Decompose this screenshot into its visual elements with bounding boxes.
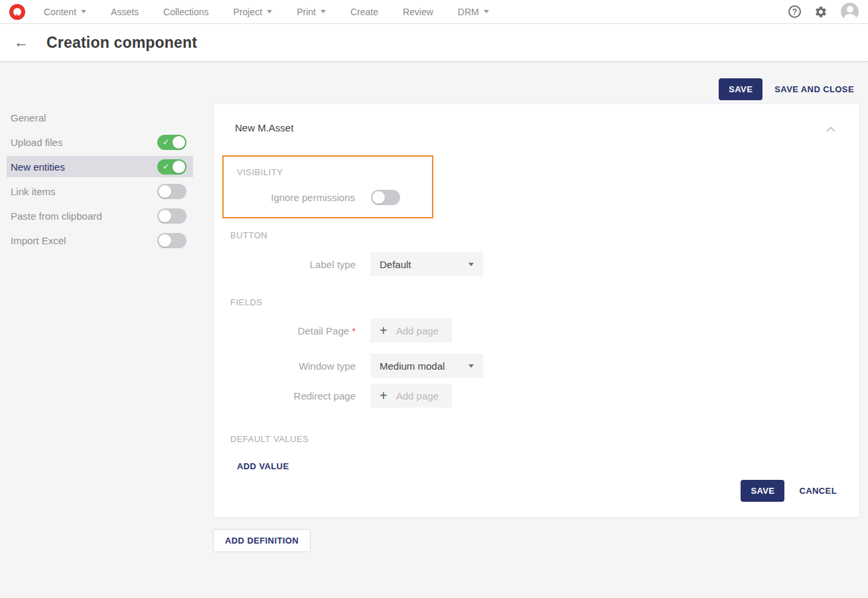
- sidebar-item-link-items[interactable]: Link items: [7, 181, 193, 202]
- button-section-heading: BUTTON: [230, 230, 267, 240]
- add-definition-button[interactable]: ADD DEFINITION: [213, 529, 311, 552]
- label-type-value: Default: [380, 259, 411, 270]
- label-type-select[interactable]: Default: [370, 252, 483, 276]
- nav-item-label: Collections: [163, 7, 208, 17]
- chevron-down-icon: [81, 10, 86, 13]
- panel-title: New M.Asset: [235, 122, 293, 133]
- fields-section-heading: FIELDS: [230, 297, 263, 307]
- nav-item-print[interactable]: Print: [297, 7, 326, 17]
- nav-item-label: Review: [403, 7, 433, 17]
- add-page-label: Add page: [396, 390, 439, 402]
- nav-item-collections[interactable]: Collections: [163, 7, 208, 17]
- window-type-row: Window type Medium modal: [214, 354, 483, 378]
- nav-item-project[interactable]: Project: [234, 7, 273, 17]
- nav-item-label: Print: [297, 7, 316, 17]
- save-button[interactable]: SAVE: [719, 78, 762, 100]
- window-type-select[interactable]: Medium modal: [370, 354, 483, 378]
- ignore-permissions-toggle[interactable]: [371, 190, 400, 205]
- sidebar-item-label: Import Excel: [11, 235, 66, 246]
- nav-item-label: Project: [234, 7, 263, 17]
- visibility-section-heading: VISIBILITY: [237, 167, 283, 177]
- upload-files-toggle[interactable]: [157, 135, 186, 150]
- page-title: Creation component: [46, 34, 197, 52]
- redirect-page-label: Redirect page: [214, 390, 356, 402]
- gear-icon[interactable]: [814, 5, 828, 19]
- sidebar-item-label: General: [11, 112, 46, 123]
- panel-footer: SAVE CANCEL: [741, 480, 837, 502]
- default-values-section-heading: DEFAULT VALUES: [230, 434, 309, 444]
- title-bar: ← Creation component: [0, 24, 868, 62]
- sidebar-item-label: Upload files: [11, 137, 62, 148]
- sidebar: General Upload files New entities Link i…: [7, 107, 193, 254]
- nav-item-label: Create: [350, 7, 378, 17]
- visibility-section-highlight: VISIBILITY Ignore permissions: [222, 155, 433, 218]
- window-type-label: Window type: [214, 360, 356, 372]
- window-type-value: Medium modal: [380, 360, 445, 372]
- detail-page-row: Detail Page* + Add page: [214, 319, 452, 342]
- nav-right-icons: ?: [788, 3, 859, 21]
- plus-icon: +: [380, 324, 388, 337]
- nav-item-create[interactable]: Create: [350, 7, 378, 17]
- detail-page-label-text: Detail Page: [298, 325, 350, 336]
- plus-icon: +: [380, 389, 388, 402]
- nav-item-label: Assets: [111, 7, 139, 17]
- nav-menu: Content Assets Collections Project Print…: [44, 7, 489, 17]
- add-value-button[interactable]: ADD VALUE: [237, 461, 289, 471]
- nav-item-review[interactable]: Review: [403, 7, 433, 17]
- add-page-label: Add page: [396, 325, 439, 336]
- label-type-row: Label type Default: [214, 252, 483, 276]
- panel-cancel-button[interactable]: CANCEL: [799, 486, 837, 496]
- help-icon[interactable]: ?: [788, 5, 801, 18]
- required-marker: *: [352, 325, 356, 336]
- top-nav: Content Assets Collections Project Print…: [0, 0, 868, 24]
- import-excel-toggle[interactable]: [157, 233, 186, 248]
- nav-item-content[interactable]: Content: [44, 7, 86, 17]
- new-entities-toggle[interactable]: [157, 159, 186, 175]
- detail-page-add-page-button[interactable]: + Add page: [370, 319, 452, 342]
- nav-item-label: Content: [44, 7, 76, 17]
- sidebar-item-label: New entities: [11, 161, 65, 173]
- label-type-label: Label type: [214, 259, 356, 270]
- back-arrow-icon[interactable]: ←: [14, 35, 29, 50]
- paste-from-clipboard-toggle[interactable]: [157, 208, 186, 224]
- ignore-permissions-row: Ignore permissions: [224, 190, 432, 205]
- sidebar-item-paste-from-clipboard[interactable]: Paste from clipboard: [7, 205, 193, 226]
- chevron-down-icon: [321, 10, 326, 13]
- sidebar-item-upload-files[interactable]: Upload files: [7, 131, 193, 153]
- link-items-toggle[interactable]: [157, 184, 186, 199]
- redirect-page-row: Redirect page + Add page: [214, 384, 452, 408]
- chevron-up-icon[interactable]: [826, 123, 835, 135]
- chevron-down-icon: [267, 10, 272, 13]
- detail-page-label: Detail Page*: [214, 325, 356, 336]
- sidebar-item-new-entities[interactable]: New entities: [7, 156, 193, 177]
- page-actions: SAVE SAVE AND CLOSE: [719, 78, 854, 100]
- sidebar-item-general[interactable]: General: [7, 107, 193, 128]
- redirect-page-add-page-button[interactable]: + Add page: [370, 384, 452, 408]
- sidebar-item-label: Link items: [11, 186, 56, 197]
- nav-item-assets[interactable]: Assets: [111, 7, 139, 17]
- sidebar-item-label: Paste from clipboard: [11, 210, 102, 222]
- chevron-down-icon: [469, 364, 474, 368]
- nav-item-drm[interactable]: DRM: [458, 7, 489, 17]
- app-root: Content Assets Collections Project Print…: [0, 0, 868, 598]
- chevron-down-icon: [484, 10, 489, 13]
- ignore-permissions-label: Ignore permissions: [224, 192, 355, 203]
- avatar[interactable]: [841, 3, 859, 21]
- sidebar-item-import-excel[interactable]: Import Excel: [7, 230, 193, 251]
- definition-panel: New M.Asset VISIBILITY Ignore permission…: [213, 104, 860, 518]
- brand-logo-icon[interactable]: [9, 4, 25, 20]
- nav-item-label: DRM: [458, 7, 479, 17]
- chevron-down-icon: [469, 263, 474, 266]
- panel-save-button[interactable]: SAVE: [741, 480, 784, 502]
- save-and-close-button[interactable]: SAVE AND CLOSE: [774, 84, 854, 94]
